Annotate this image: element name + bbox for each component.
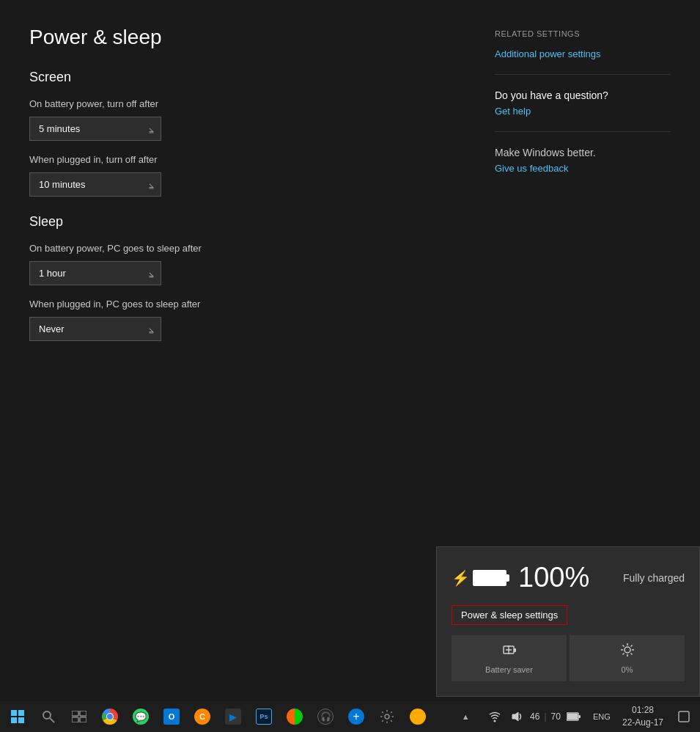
whatsapp-taskbar-item[interactable]: 💬: [126, 703, 155, 731]
task-view-button[interactable]: [65, 703, 94, 731]
svg-rect-1: [514, 648, 516, 652]
volume-level: 46: [530, 711, 539, 722]
svg-rect-20: [80, 711, 86, 716]
svg-line-18: [50, 718, 54, 722]
svg-rect-28: [578, 715, 581, 718]
screen-battery-label: On battery power, turn off after: [29, 98, 451, 109]
sleep-plugged-label: When plugged in, PC goes to sleep after: [29, 299, 451, 310]
screen-plugged-dropdown[interactable]: 10 minutes 1 minute 2 minutes 3 minutes …: [29, 172, 161, 197]
green-app-taskbar-item[interactable]: [280, 703, 309, 731]
photoshop-taskbar-item[interactable]: Ps: [249, 703, 279, 731]
settings-taskbar-item[interactable]: [372, 703, 402, 731]
brightness-icon: [578, 643, 676, 661]
screen-heading: Screen: [29, 70, 451, 85]
ccleaner-taskbar-item[interactable]: C: [188, 703, 217, 731]
whatsapp-icon: 💬: [133, 709, 149, 725]
brightness-tile[interactable]: 0%: [570, 635, 685, 681]
battery-icon: [567, 711, 581, 722]
svg-marker-25: [512, 712, 518, 721]
give-feedback-link[interactable]: Give us feedback: [495, 163, 671, 174]
taskbar-right: ▲ 46 | 70: [451, 703, 697, 731]
ccleaner-icon: C: [194, 709, 210, 725]
notification-icon: [678, 711, 690, 722]
sleep-battery-label: On battery power, PC goes to sleep after: [29, 243, 451, 254]
brightness-label: 0%: [578, 665, 676, 674]
headphone-taskbar-item[interactable]: 🎧: [311, 703, 340, 731]
battery-status: Fully charged: [623, 572, 685, 584]
video-taskbar-item[interactable]: ▶: [218, 703, 248, 731]
notification-button[interactable]: [671, 703, 697, 731]
battery-percent: 100%: [518, 562, 589, 593]
svg-rect-22: [80, 717, 86, 722]
additional-power-settings-link[interactable]: Additional power settings: [495, 48, 671, 59]
divider-2: [495, 131, 671, 132]
svg-line-10: [630, 654, 632, 655]
battery-icon-button[interactable]: [565, 703, 583, 731]
sleep-plugged-dropdown[interactable]: Never 1 minute 5 minutes 10 minutes 30 m…: [29, 317, 161, 341]
task-view-icon: [72, 711, 86, 722]
svg-line-9: [622, 645, 624, 647]
sleep-heading: Sleep: [29, 214, 451, 230]
search-button[interactable]: [34, 703, 63, 731]
related-settings-heading: Related settings: [495, 29, 671, 38]
battery-saver-icon: [460, 643, 558, 661]
sleep-plugged-dropdown-wrapper: Never 1 minute 5 minutes 10 minutes 30 m…: [29, 317, 161, 341]
screen-battery-dropdown-wrapper: 5 minutes 1 minute 2 minutes 3 minutes 1…: [29, 117, 161, 141]
page-title: Power & sleep: [29, 26, 451, 49]
svg-rect-19: [72, 711, 78, 716]
sleep-battery-dropdown[interactable]: 1 hour 1 minute 5 minutes 10 minutes 30 …: [29, 261, 161, 285]
svg-rect-29: [679, 711, 689, 722]
clock[interactable]: 01:28 22-Aug-17: [618, 704, 668, 729]
language-button[interactable]: ENG: [589, 703, 615, 731]
yellow-app-icon: [410, 709, 426, 725]
volume-icon: [511, 711, 523, 722]
left-panel: Power & sleep Screen On battery power, t…: [29, 22, 451, 679]
battery-popup: ⚡ 100% Fully charged Power & sleep setti…: [436, 546, 700, 697]
search-icon: [42, 710, 55, 723]
video-icon: ▶: [225, 709, 241, 725]
overflow-icon: ▲: [462, 712, 470, 721]
system-tray: 46 | 70: [483, 703, 586, 731]
svg-line-12: [622, 654, 624, 655]
yellow-app-taskbar-item[interactable]: [403, 703, 432, 731]
taskbar: 💬 O C ▶ Ps 🎧 +: [0, 701, 700, 732]
plus-app-taskbar-item[interactable]: +: [342, 703, 371, 731]
outlook-taskbar-item[interactable]: O: [157, 703, 186, 731]
svg-rect-14: [18, 710, 24, 716]
start-button[interactable]: [3, 703, 32, 731]
plus-app-icon: +: [348, 709, 364, 725]
battery-top-row: ⚡ 100% Fully charged: [452, 562, 685, 593]
sleep-battery-dropdown-wrapper: 1 hour 1 minute 5 minutes 10 minutes 30 …: [29, 261, 161, 285]
plug-icon: ⚡: [452, 569, 470, 587]
svg-point-17: [43, 711, 51, 719]
brightness-level: 70: [551, 711, 561, 722]
screen-battery-dropdown[interactable]: 5 minutes 1 minute 2 minutes 3 minutes 1…: [29, 117, 161, 141]
feedback-heading: Make Windows better.: [495, 147, 671, 158]
time-display: 01:28: [632, 704, 654, 717]
gear-icon: [380, 709, 394, 724]
svg-line-11: [630, 645, 632, 647]
volume-icon-button[interactable]: [508, 703, 526, 731]
windows-icon: [11, 710, 24, 723]
question-heading: Do you have a question?: [495, 89, 671, 101]
svg-rect-15: [11, 717, 17, 723]
divider-1: [495, 74, 671, 75]
overflow-button[interactable]: ▲: [451, 703, 480, 731]
chrome-taskbar-item[interactable]: [95, 703, 125, 731]
battery-saver-tile[interactable]: Battery saver: [452, 635, 567, 681]
network-icon-button[interactable]: [486, 703, 504, 731]
screen-plugged-label: When plugged in, turn off after: [29, 154, 451, 165]
outlook-icon: O: [163, 709, 180, 725]
power-sleep-settings-button[interactable]: Power & sleep settings: [452, 605, 567, 625]
svg-rect-21: [72, 717, 78, 722]
battery-saver-label: Battery saver: [460, 665, 558, 674]
chrome-icon: [102, 709, 118, 725]
battery-bottom-row: Battery saver 0%: [452, 635, 685, 681]
svg-rect-13: [11, 710, 17, 716]
svg-point-24: [494, 720, 496, 722]
svg-rect-16: [18, 717, 24, 723]
battery-charging-icon: ⚡: [452, 569, 506, 587]
sleep-section: Sleep On battery power, PC goes to sleep…: [29, 214, 451, 341]
photoshop-icon: Ps: [256, 709, 272, 725]
get-help-link[interactable]: Get help: [495, 106, 671, 117]
